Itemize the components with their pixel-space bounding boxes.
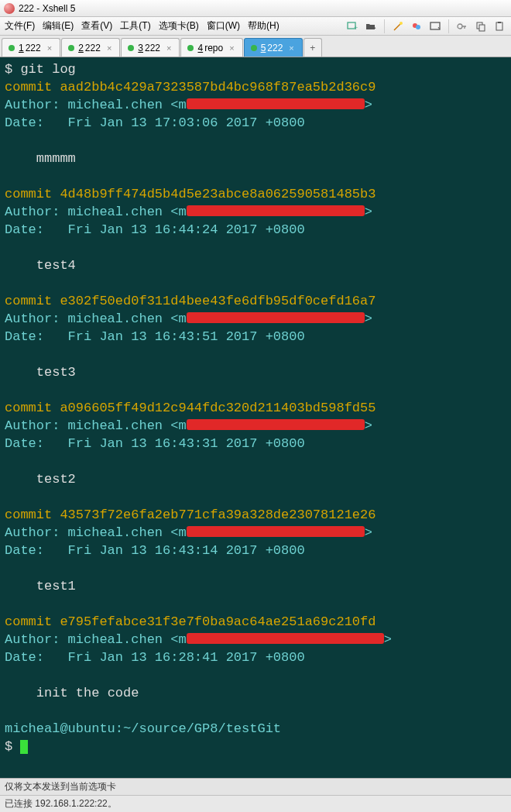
redacted-email xyxy=(187,98,365,109)
tab-4[interactable]: 4 repo× xyxy=(180,38,242,57)
svg-rect-9 xyxy=(496,22,502,30)
redacted-email xyxy=(187,205,365,216)
toolbar-key-icon[interactable] xyxy=(455,19,469,33)
tab-add[interactable]: + xyxy=(304,38,322,57)
status-dot-icon xyxy=(128,45,134,51)
svg-point-6 xyxy=(458,24,462,29)
menu-file[interactable]: 文件(F) xyxy=(5,19,35,33)
tabbar: 1 222×2 222×3 222×4 repo×5 222×+ xyxy=(0,36,511,57)
status-dot-icon xyxy=(68,45,74,51)
tab-label: repo xyxy=(204,43,223,53)
menu-window[interactable]: 窗口(W) xyxy=(207,19,240,33)
svg-text:+: + xyxy=(354,24,358,32)
menu-tools[interactable]: 工具(T) xyxy=(120,19,150,33)
terminal[interactable]: $ git log commit aad2bb4c429a7323587bd4b… xyxy=(0,57,511,778)
close-icon[interactable]: × xyxy=(229,43,234,53)
tab-number: 5 xyxy=(261,43,266,53)
menu-tabs[interactable]: 选项卡(B) xyxy=(159,19,199,33)
tab-number: 3 xyxy=(138,43,143,53)
cursor xyxy=(20,740,28,754)
svg-rect-8 xyxy=(479,25,485,31)
svg-rect-5 xyxy=(430,22,440,29)
tab-3[interactable]: 3 222× xyxy=(121,38,180,57)
svg-point-4 xyxy=(416,25,420,29)
close-icon[interactable]: × xyxy=(166,43,171,53)
tab-5[interactable]: 5 222× xyxy=(244,38,303,57)
toolbar-folder-icon[interactable] xyxy=(364,19,378,33)
tab-label: 222 xyxy=(267,43,283,53)
redacted-email xyxy=(187,312,365,323)
toolbar-screen-icon[interactable] xyxy=(428,19,442,33)
tab-number: 4 xyxy=(197,43,203,53)
status-dot-icon xyxy=(251,45,257,51)
app-icon xyxy=(4,3,15,14)
toolbar-newtab-icon[interactable]: + xyxy=(345,19,359,33)
status-dot-icon xyxy=(9,45,15,51)
status-dot-icon xyxy=(187,45,194,51)
toolbar-copy-icon[interactable] xyxy=(474,19,488,33)
svg-rect-10 xyxy=(498,22,501,23)
toolbar-color-icon[interactable] xyxy=(410,19,424,33)
menubar: 文件(F) 编辑(E) 查看(V) 工具(T) 选项卡(B) 窗口(W) 帮助(… xyxy=(0,17,511,36)
close-icon[interactable]: × xyxy=(47,43,52,53)
tab-number: 2 xyxy=(78,43,84,53)
menu-help[interactable]: 帮助(H) xyxy=(248,19,280,33)
statusbar-text: 已连接 192.168.1.222:22。 xyxy=(5,797,117,810)
footer-sendmode: 仅将文本发送到当前选项卡 xyxy=(0,778,511,795)
toolbar: + xyxy=(345,19,506,33)
close-icon[interactable]: × xyxy=(289,43,293,53)
redacted-email xyxy=(187,419,365,430)
footer-sendmode-text: 仅将文本发送到当前选项卡 xyxy=(5,780,116,793)
statusbar: 已连接 192.168.1.222:22。 xyxy=(0,795,511,812)
menu-view[interactable]: 查看(V) xyxy=(81,19,112,33)
tab-number: 1 xyxy=(19,43,24,53)
menu-edit[interactable]: 编辑(E) xyxy=(43,19,74,33)
redacted-email xyxy=(187,526,365,537)
tab-label: 222 xyxy=(85,43,101,53)
svg-point-2 xyxy=(400,22,403,25)
redacted-email xyxy=(187,633,384,644)
tab-1[interactable]: 1 222× xyxy=(2,38,60,57)
tab-label: 222 xyxy=(26,43,41,53)
toolbar-paste-icon[interactable] xyxy=(492,19,506,33)
close-icon[interactable]: × xyxy=(107,43,111,53)
titlebar: 222 - Xshell 5 xyxy=(0,0,511,17)
tab-2[interactable]: 2 222× xyxy=(61,38,120,57)
toolbar-wand-icon[interactable] xyxy=(391,19,405,33)
window-title: 222 - Xshell 5 xyxy=(19,3,75,14)
tab-label: 222 xyxy=(145,43,160,53)
